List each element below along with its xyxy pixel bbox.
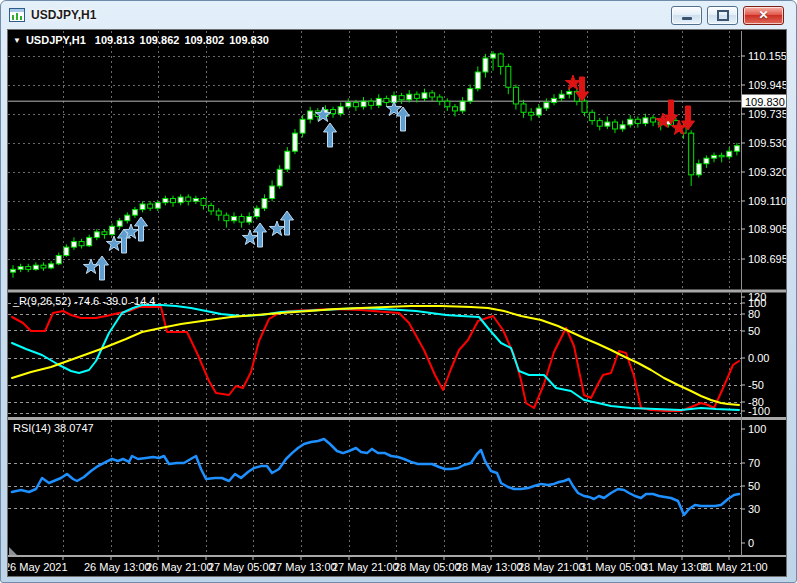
close-button[interactable]: ✕ [743, 6, 784, 25]
minimize-button[interactable] [671, 6, 702, 25]
rsi-axis-label: 0 [748, 537, 754, 549]
price-axis-label: 109.945 [748, 79, 786, 91]
chart-icon [9, 8, 25, 22]
rsi-axis-label: 50 [748, 480, 760, 492]
rsi-axis-label: 30 [748, 503, 760, 515]
time-axis-label: 31 May 13:00 [642, 561, 709, 573]
current-price-label: 109.830 [745, 96, 785, 108]
wpr-axis-label: 50 [748, 325, 760, 337]
buy-star-icon [83, 259, 98, 274]
time-axis-label: 26 May 13:00 [84, 561, 151, 573]
sell-star-icon [565, 75, 580, 90]
price-axis-label: 109.320 [748, 166, 786, 178]
buy-up-arrow-icon [281, 211, 294, 235]
window-controls: ✕ [671, 6, 788, 25]
buy-up-arrow-icon [96, 256, 109, 280]
chart-client-area: 110.155109.945109.735109.530109.320109.1… [7, 29, 787, 577]
wpr-axis-label: 0.00 [748, 352, 769, 364]
time-axis-label: 31 May 21:00 [701, 561, 768, 573]
price-axis-label: 108.695 [748, 253, 786, 265]
wpr-indicator-label: _R(9,26,52) -74.6 -39.0 -14.4 [13, 295, 155, 307]
buy-up-arrow-icon [397, 107, 410, 131]
time-axis-label: 26 May 21:00 [146, 561, 213, 573]
wpr-axis-label: -50 [748, 379, 764, 391]
chart-ohlc-header: ▼ USDJPY,H1 109.813 109.862 109.802 109.… [13, 34, 274, 46]
price-axis-label: 109.110 [748, 195, 786, 207]
minimize-icon [682, 17, 692, 20]
header-open: 109.813 [95, 34, 135, 46]
wpr-axis-label: -100 [748, 405, 770, 417]
restore-button[interactable] [707, 6, 738, 25]
price-axis-label: 109.735 [748, 108, 786, 120]
time-axis-label: 28 May 05:00 [394, 561, 461, 573]
header-symbol: USDJPY,H1 [26, 34, 86, 46]
restore-icon [717, 10, 729, 21]
price-axis-label: 108.905 [748, 223, 786, 235]
grid-layer [8, 31, 741, 555]
rsi-line [12, 439, 739, 515]
window-title: USDJPY,H1 [31, 8, 96, 22]
time-axis-label: 28 May 21:00 [518, 561, 585, 573]
close-icon: ✕ [758, 9, 768, 21]
time-axis-label: 27 May 21:00 [332, 561, 399, 573]
price-axis-label: 110.155 [748, 50, 786, 62]
time-axis-label: 31 May 05:00 [580, 561, 647, 573]
header-high: 109.862 [140, 34, 180, 46]
rsi-indicator-label: RSI(14) 38.0747 [13, 422, 94, 434]
time-axis-label: 27 May 05:00 [208, 561, 275, 573]
rsi-axis-label: 100 [748, 423, 766, 435]
time-axis [63, 557, 729, 560]
window-titlebar[interactable]: USDJPY,H1 ✕ [1, 1, 796, 29]
buy-star-icon [269, 221, 284, 236]
symbol-dropdown-marker[interactable]: ▼ [13, 36, 21, 45]
signals-layer [83, 75, 694, 280]
time-axis-label: 26 May 2021 [8, 561, 68, 573]
panel-resize-grip[interactable] [9, 547, 17, 555]
header-close: 109.830 [229, 34, 269, 46]
mt4-chart-window: USDJPY,H1 ✕ 110.155109.945109.735109.530… [0, 0, 797, 583]
time-axis-label: 28 May 13:00 [456, 561, 523, 573]
wpr-axis-label: 80 [748, 308, 760, 320]
wpr-52-line [12, 306, 739, 405]
rsi-axis-label: 70 [748, 457, 760, 469]
header-low: 109.802 [184, 34, 224, 46]
time-axis-label: 27 May 13:00 [270, 561, 337, 573]
price-axis-label: 109.530 [748, 137, 786, 149]
